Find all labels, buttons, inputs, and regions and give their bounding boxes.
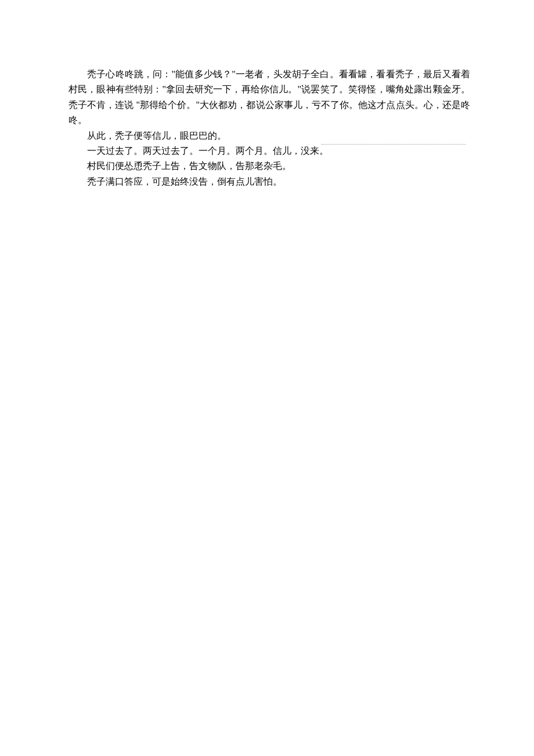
dotted-underline xyxy=(322,144,466,145)
paragraph-2: 从此，秃子便等信儿，眼巴巴的。 xyxy=(68,128,470,143)
paragraph-4: 村民们便怂恿秃子上告，告文物队，告那老杂毛。 xyxy=(68,159,470,174)
paragraph-3: 一天过去了。两天过去了。一个月。两个月。信儿，没来。 xyxy=(68,143,470,159)
paragraph-1: 秃子心咚咚跳，问："能值多少钱？"一老者，头发胡子全白。看看罐，看看秃子，最后又… xyxy=(68,67,470,128)
paragraph-5: 秃子满口答应，可是始终没告，倒有点儿害怕。 xyxy=(68,174,470,189)
